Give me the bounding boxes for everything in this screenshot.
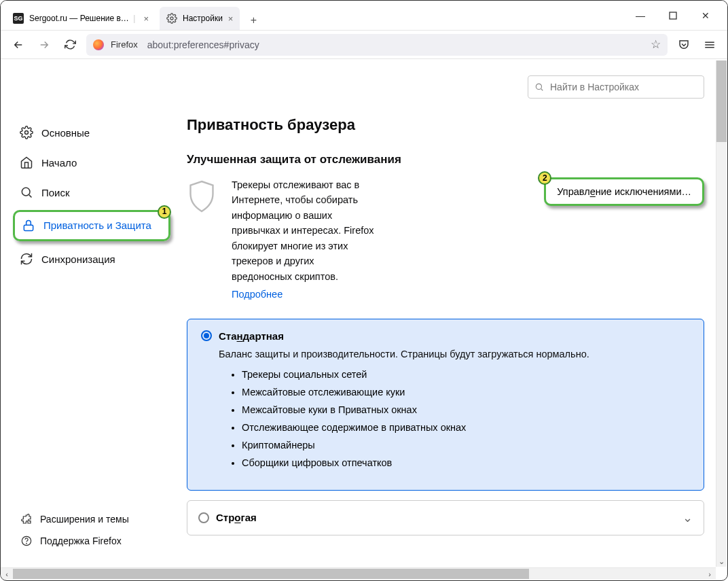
settings-search-input[interactable] [528,75,704,99]
protection-standard-option[interactable]: Стандартная Баланс защиты и производител… [187,319,704,491]
reload-button[interactable] [60,35,79,54]
gear-icon [20,126,33,139]
page-title: Приватность браузера [187,116,704,134]
sidebar-item-sync[interactable]: Синхронизация [13,247,170,271]
sidebar-item-home[interactable]: Начало [13,150,170,175]
chevron-down-icon[interactable]: ⌄ [682,510,693,525]
window-controls: — ✕ [634,9,722,22]
scroll-left-arrow[interactable]: ‹ [1,568,13,580]
sidebar-support-link[interactable]: Поддержка Firefox [13,530,170,552]
vertical-scrollbar[interactable]: ⌄ [716,60,727,567]
puzzle-icon [20,512,33,526]
option-title: Стандартная [219,330,284,342]
svg-point-5 [25,131,29,135]
svg-line-12 [541,89,543,91]
svg-point-11 [536,84,541,89]
svg-point-10 [26,543,27,544]
search-wrap [187,75,704,99]
new-tab-button[interactable]: + [244,11,263,30]
svg-rect-1 [670,12,676,19]
bookmark-star-icon[interactable]: ☆ [651,37,661,52]
scroll-down-arrow[interactable]: ⌄ [716,556,727,567]
scroll-right-arrow[interactable]: › [704,568,716,580]
shield-icon [187,177,219,214]
sidebar-item-label: Приватность и Защита [43,219,151,232]
svg-point-6 [22,188,30,196]
sidebar-item-label: Основные [41,127,90,139]
vscroll-thumb[interactable] [716,60,727,142]
forward-button[interactable] [35,35,54,54]
tracking-description: Трекеры отслеживают вас в Интернете, что… [232,177,376,302]
tracking-row: Трекеры отслеживают вас в Интернете, что… [187,177,704,302]
manage-exceptions-button[interactable]: 2 Управление исключениями… [544,177,704,206]
tab-divider: | [133,14,135,23]
search-icon [20,186,33,199]
app-menu-button[interactable] [700,35,719,54]
list-item: Сборщики цифровых отпечатков [242,457,690,468]
tab-label: Настройки [183,14,223,23]
sidebar-footer: Расширения и темы Поддержка Firefox [13,508,170,568]
close-button[interactable]: ✕ [699,9,712,22]
svg-line-7 [29,195,32,198]
annotation-badge-2: 2 [538,171,551,185]
list-item: Межсайтовые куки в Приватных окнах [242,404,690,415]
tab-label: Sergoot.ru — Решение ваших [29,14,130,23]
sidebar-footer-label: Поддержка Firefox [40,535,122,546]
sidebar-item-general[interactable]: Основные [13,120,170,145]
tab-close-icon[interactable]: × [228,14,234,24]
list-item: Трекеры социальных сетей [242,369,690,380]
svg-rect-8 [24,225,33,230]
list-item: Отслеживающее содержимое в приватных окн… [242,422,690,433]
list-item: Межсайтовые отслеживающие куки [242,387,690,398]
favicon-sergoot: SG [13,13,24,24]
sidebar-item-label: Начало [41,157,77,169]
sidebar-item-label: Поиск [41,187,70,198]
search-icon [534,82,544,92]
url-bar[interactable]: Firefox about:preferences#privacy ☆ [86,34,668,56]
firefox-icon [93,39,104,50]
lock-icon [22,219,35,232]
standard-features-list: Трекеры социальных сетей Межсайтовые отс… [242,369,690,468]
home-icon [20,156,33,169]
horizontal-scrollbar[interactable]: ‹ › [1,567,716,580]
tabs-row: SG Sergoot.ru — Решение ваших | × Настро… [6,1,634,30]
browser-tab-settings[interactable]: Настройки × [160,7,240,30]
sidebar-item-label: Синхронизация [41,253,115,265]
exceptions-label: Управление исключениями… [557,186,691,197]
window-title-bar: SG Sergoot.ru — Решение ваших | × Настро… [1,1,727,31]
option-title: Строгая [216,512,257,523]
radio-strict[interactable] [198,512,209,523]
list-item: Криптомайнеры [242,440,690,451]
minimize-button[interactable]: — [634,9,647,22]
hscroll-thumb[interactable] [13,569,529,579]
url-text: about:preferences#privacy [147,39,259,50]
sidebar-extensions-link[interactable]: Расширения и темы [13,508,170,530]
settings-main: Приватность браузера Улучшенная защита о… [170,59,727,568]
annotation-badge-1: 1 [158,205,171,219]
tracking-more-link[interactable]: Подробнее [232,287,283,302]
tracking-heading: Улучшенная защита от отслеживания [187,153,704,166]
option-description: Баланс защиты и производительности. Стра… [219,349,690,359]
svg-point-0 [170,17,173,20]
settings-sidebar: Основные Начало Поиск Приватность и Защи… [1,59,170,568]
protection-strict-option[interactable]: Строгая ⌄ [187,500,704,535]
sidebar-item-privacy[interactable]: Приватность и Защита 1 [13,210,170,241]
browser-tab-sergoot[interactable]: SG Sergoot.ru — Решение ваших | × [6,7,156,30]
tab-close-icon[interactable]: × [143,14,149,24]
navigation-bar: Firefox about:preferences#privacy ☆ [1,31,727,59]
content-area: Основные Начало Поиск Приватность и Защи… [1,59,727,568]
help-icon [20,534,33,548]
sidebar-footer-label: Расширения и темы [40,514,129,525]
gear-icon [166,13,177,24]
maximize-button[interactable] [666,9,680,22]
sidebar-item-search[interactable]: Поиск [13,180,170,205]
radio-standard[interactable] [201,330,212,341]
back-button[interactable] [9,35,28,54]
identity-label: Firefox [111,39,138,50]
pocket-icon[interactable] [674,35,693,54]
sync-icon [20,252,33,266]
